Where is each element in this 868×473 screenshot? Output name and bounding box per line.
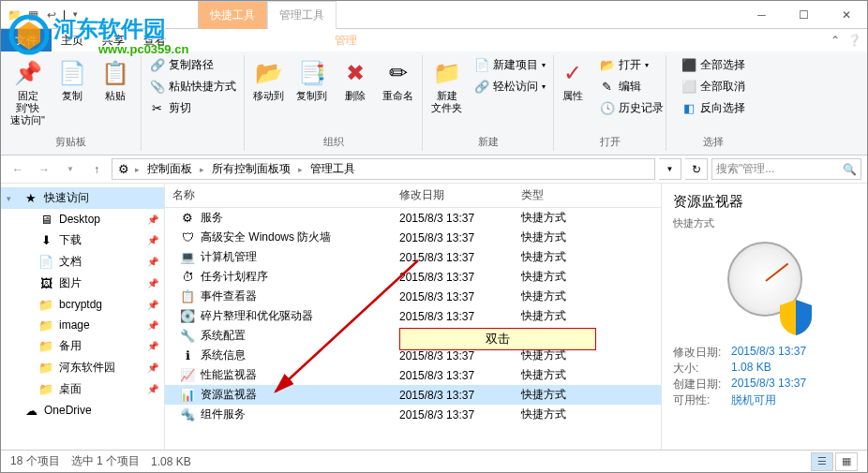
pin-icon: 📌 <box>147 341 158 351</box>
folder-icon: 📁 <box>38 318 53 333</box>
scissors-icon: ✂ <box>150 101 165 116</box>
breadcrumb-item[interactable]: 管理工具 <box>307 159 359 179</box>
breadcrumb[interactable]: ⚙ ▸ 控制面板 ▸ 所有控制面板项 ▸ 管理工具 <box>112 158 655 180</box>
nav-item-图片[interactable]: 🖼图片📌 <box>1 273 164 294</box>
nav-item-bcryptdg[interactable]: 📁bcryptdg📌 <box>1 294 164 315</box>
file-icon: 💻 <box>180 250 195 265</box>
title-bar: 📁 ▦ ↩ | ▼ 快捷工具 管理工具 ─ ☐ ✕ <box>1 1 867 29</box>
file-icon: 🔩 <box>180 407 195 422</box>
help-icon[interactable]: ❔ <box>847 34 861 47</box>
edit-button[interactable]: ✎编辑 <box>596 77 667 96</box>
navigation-pane[interactable]: ▾★快速访问🖥Desktop📌⬇下载📌📄文档📌🖼图片📌📁bcryptdg📌📁im… <box>1 184 165 451</box>
folder-icon: ⬇ <box>38 233 53 248</box>
breadcrumb-item[interactable]: 所有控制面板项 <box>208 159 294 179</box>
new-item-button[interactable]: 📄新建项目▾ <box>471 55 549 75</box>
select-all-icon: ⬛ <box>681 58 696 73</box>
nav-item-下载[interactable]: ⬇下载📌 <box>1 229 164 251</box>
file-icon: 📈 <box>180 368 195 383</box>
file-icon: 📋 <box>180 289 195 304</box>
cut-button[interactable]: ✂剪切 <box>146 98 240 118</box>
copy-to-button[interactable]: 📑复制到 <box>292 55 332 105</box>
refresh-button[interactable]: ▼ <box>659 158 681 180</box>
nav-item-image[interactable]: 📁image📌 <box>1 315 164 335</box>
new-folder-button[interactable]: 📁新建 文件夹 <box>427 55 467 117</box>
file-icon: 💽 <box>180 309 195 324</box>
ribbon-collapse-icon[interactable]: ⌃ <box>831 34 840 47</box>
group-new-label: 新建 <box>423 135 553 149</box>
file-row[interactable]: 💻计算机管理2015/8/3 13:37快捷方式 <box>165 247 661 267</box>
paste-shortcut-button[interactable]: 📎粘贴快捷方式 <box>146 77 240 96</box>
qat-properties-icon[interactable]: ▦ <box>25 7 40 22</box>
copy-button[interactable]: 📄复制 <box>52 55 92 105</box>
pin-icon: 📌 <box>147 257 158 267</box>
file-row[interactable]: 📋事件查看器2015/8/3 13:37快捷方式 <box>165 287 661 306</box>
nav-item-onedrive[interactable]: ☁OneDrive <box>1 400 164 421</box>
invert-icon: ◧ <box>681 101 696 116</box>
copy-path-button[interactable]: 🔗复制路径 <box>146 55 240 75</box>
minimize-button[interactable]: ─ <box>741 1 783 28</box>
close-button[interactable]: ✕ <box>825 1 867 28</box>
group-open-label: 打开 <box>554 135 666 149</box>
view-icons-button[interactable]: ▦ <box>835 452 858 471</box>
tab-view[interactable]: 查看 <box>134 29 175 52</box>
column-type[interactable]: 类型 <box>521 187 606 203</box>
view-details-button[interactable]: ☰ <box>811 452 833 471</box>
rename-button[interactable]: ✏重命名 <box>379 55 418 105</box>
open-button[interactable]: 📂打开▾ <box>596 55 667 75</box>
detail-row: 大小:1.08 KB <box>673 361 856 377</box>
detail-row: 修改日期:2015/8/3 13:37 <box>673 345 856 361</box>
breadcrumb-item[interactable]: 控制面板 <box>143 159 196 179</box>
file-menu[interactable]: 文件 <box>1 29 52 52</box>
status-size: 1.08 KB <box>151 455 191 468</box>
select-all-button[interactable]: ⬛全部选择 <box>678 55 749 75</box>
file-row[interactable]: 🔩组件服务2015/8/3 13:37快捷方式 <box>165 405 661 424</box>
group-clipboard-label: 剪贴板 <box>1 135 141 149</box>
refresh-icon[interactable]: ↻ <box>685 158 708 180</box>
file-row[interactable]: 📈性能监视器2015/8/3 13:37快捷方式 <box>165 365 661 385</box>
nav-item-文档[interactable]: 📄文档📌 <box>1 251 164 273</box>
nav-item-desktop[interactable]: 🖥Desktop📌 <box>1 209 164 229</box>
forward-button[interactable]: → <box>33 158 55 181</box>
nav-item-快速访问[interactable]: ▾★快速访问 <box>1 187 164 209</box>
nav-item-备用[interactable]: 📁备用📌 <box>1 335 164 357</box>
delete-button[interactable]: ✖删除 <box>336 55 375 105</box>
select-none-button[interactable]: ⬜全部取消 <box>678 77 749 96</box>
folder-icon: 📄 <box>38 255 53 270</box>
details-subtitle: 快捷方式 <box>673 216 856 230</box>
move-to-button[interactable]: 📂移动到 <box>249 55 289 105</box>
file-row[interactable]: 📊资源监视器2015/8/3 13:37快捷方式 <box>165 385 661 405</box>
edit-icon: ✎ <box>600 80 615 95</box>
file-row[interactable]: ⏱任务计划程序2015/8/3 13:37快捷方式 <box>165 267 661 287</box>
history-button[interactable]: 🕓历史记录 <box>596 98 667 118</box>
file-row[interactable]: 🛡高级安全 Windows 防火墙2015/8/3 13:37快捷方式 <box>165 228 661 247</box>
qat-undo-icon[interactable]: ↩ <box>44 7 59 22</box>
folder-icon: 📁 <box>38 382 53 397</box>
nav-item-河东软件园[interactable]: 📁河东软件园📌 <box>1 357 164 378</box>
file-row[interactable]: 💽碎片整理和优化驱动器2015/8/3 13:37快捷方式 <box>165 306 661 326</box>
back-button[interactable]: ← <box>7 158 29 181</box>
paste-button[interactable]: 📋粘贴 <box>96 55 135 105</box>
search-input[interactable]: 搜索"管理... 🔍 <box>711 158 861 180</box>
column-name[interactable]: 名称 <box>165 187 399 203</box>
address-bar: ← → ▼ ↑ ⚙ ▸ 控制面板 ▸ 所有控制面板项 ▸ 管理工具 ▼ ↻ 搜索… <box>1 155 867 184</box>
tab-manage[interactable]: 管理 <box>325 29 367 52</box>
context-tab-shortcut-tools[interactable]: 快捷工具 <box>198 1 267 29</box>
context-tab-manage-tools[interactable]: 管理工具 <box>267 1 337 29</box>
column-date[interactable]: 修改日期 <box>399 187 521 203</box>
pin-to-quick-access-button[interactable]: 📌固定到"快 速访问" <box>7 55 49 129</box>
maximize-button[interactable]: ☐ <box>783 1 825 28</box>
nav-item-桌面[interactable]: 📁桌面📌 <box>1 378 164 400</box>
pin-icon: 📌 <box>147 278 158 288</box>
column-headers[interactable]: 名称 修改日期 类型 <box>165 184 661 208</box>
file-list: 名称 修改日期 类型 双击 ⚙服务2015/8/3 13:37快捷方式🛡高级安全… <box>165 184 661 451</box>
properties-button[interactable]: ✓属性 <box>553 55 592 105</box>
up-button[interactable]: ↑ <box>85 158 108 181</box>
qat-customize-icon[interactable]: ▼ <box>71 10 79 19</box>
tab-home[interactable]: 主页 <box>52 29 93 52</box>
recent-locations-button[interactable]: ▼ <box>59 158 82 181</box>
easy-access-button[interactable]: 🔗轻松访问▾ <box>471 77 549 96</box>
history-icon: 🕓 <box>600 101 615 116</box>
tab-share[interactable]: 共享 <box>93 29 134 52</box>
file-row[interactable]: ⚙服务2015/8/3 13:37快捷方式 <box>165 208 661 228</box>
invert-selection-button[interactable]: ◧反向选择 <box>678 98 749 118</box>
